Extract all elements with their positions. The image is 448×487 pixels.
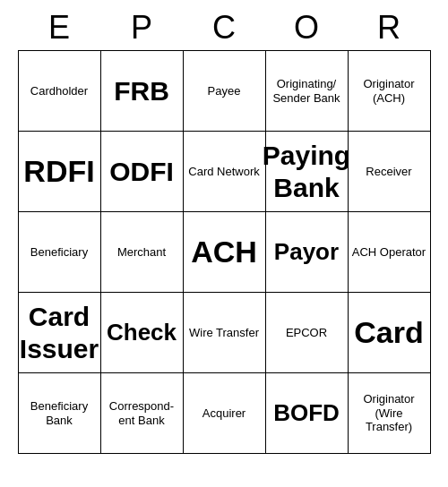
bingo-cell-2: Payee [184, 51, 266, 132]
bingo-grid: CardholderFRBPayeeOriginating/ Sender Ba… [18, 50, 431, 454]
bingo-cell-7: Card Network [184, 132, 266, 212]
bingo-cell-18: EPCOR [266, 293, 349, 373]
bingo-cell-0: Cardholder [19, 51, 101, 132]
bingo-cell-4: Originator (ACH) [349, 51, 431, 132]
bingo-cell-9: Receiver [349, 132, 431, 212]
title-letter-o: O [265, 9, 348, 47]
bingo-cell-5: RDFI [19, 132, 101, 212]
bingo-cell-1: FRB [101, 51, 184, 132]
bingo-cell-16: Check [101, 293, 184, 373]
title-letter-e: E [18, 9, 100, 47]
bingo-cell-17: Wire Transfer [184, 293, 266, 373]
bingo-cell-19: Card [349, 293, 431, 373]
bingo-cell-14: ACH Operator [349, 212, 431, 293]
bingo-cell-15: Card Issuer [19, 293, 101, 373]
bingo-cell-8: Paying Bank [266, 132, 349, 212]
bingo-cell-10: Beneficiary [19, 212, 101, 293]
title-letter-c: C [183, 9, 265, 47]
bingo-cell-6: ODFI [101, 132, 184, 212]
bingo-cell-13: Payor [266, 212, 349, 293]
bingo-cell-11: Merchant [101, 212, 184, 293]
bingo-title: E P C O R [18, 9, 430, 47]
bingo-cell-23: BOFD [266, 373, 349, 454]
bingo-cell-12: ACH [184, 212, 266, 293]
bingo-cell-21: Correspond- ent Bank [101, 373, 184, 454]
title-letter-p: P [100, 9, 183, 47]
bingo-cell-24: Originator (Wire Transfer) [349, 373, 431, 454]
title-letter-r: R [348, 9, 430, 47]
bingo-cell-3: Originating/ Sender Bank [266, 51, 349, 132]
bingo-cell-20: Beneficiary Bank [19, 373, 101, 454]
bingo-cell-22: Acquirer [184, 373, 266, 454]
